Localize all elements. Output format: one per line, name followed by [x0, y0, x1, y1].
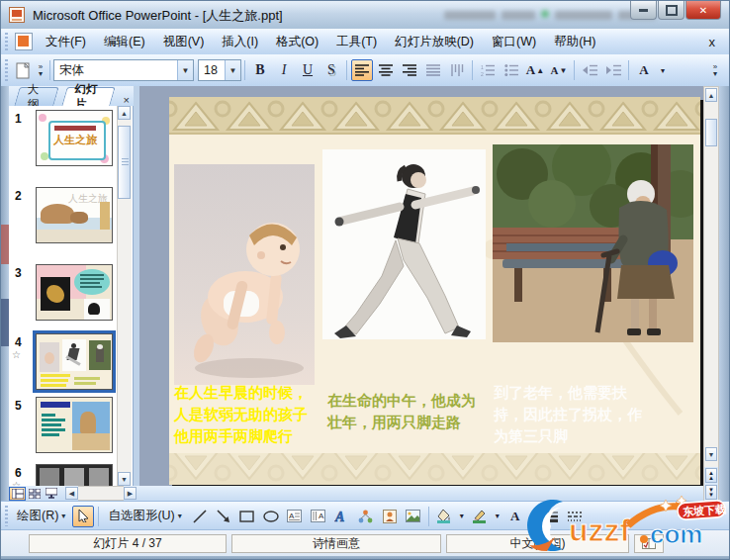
minimize-button[interactable] — [630, 1, 657, 20]
slide-canvas[interactable]: 在人生早晨的时候， 人是软弱无助的孩子 他用两手两脚爬行 在生命的中午，他成为 … — [169, 97, 700, 485]
new-slide-icon[interactable] — [12, 59, 34, 81]
increase-font-size-button[interactable]: A▲ — [524, 59, 546, 81]
svg-text:1: 1 — [481, 64, 484, 70]
normal-view-button[interactable] — [9, 487, 26, 501]
fill-color-dropdown[interactable]: ▾ — [457, 506, 467, 527]
select-objects-button[interactable] — [72, 506, 94, 527]
menu-insert[interactable]: 插入(I) — [213, 31, 267, 53]
decrease-font-size-button[interactable]: A▼ — [548, 59, 570, 81]
align-center-button[interactable] — [375, 59, 397, 81]
menu-format[interactable]: 格式(O) — [267, 31, 327, 53]
bold-button[interactable]: B — [249, 59, 271, 81]
arrow-tool-icon[interactable] — [213, 506, 234, 527]
font-size-combo[interactable]: 18 ▼ — [198, 59, 241, 81]
slide-number-indicator: 幻灯片 4 / 37 — [29, 534, 227, 553]
striding-adult-photo[interactable] — [322, 149, 486, 339]
font-color-dropdown[interactable]: ▾ — [657, 59, 669, 81]
restore-button[interactable] — [658, 1, 684, 20]
scroll-down-button[interactable]: ▼ — [705, 447, 717, 461]
oval-tool-icon[interactable] — [260, 506, 282, 527]
chevron-down-icon[interactable]: ▼ — [177, 60, 193, 80]
uzzf-site-watermark: uzzf com 东坡下载 — [517, 494, 727, 557]
slideshow-view-button[interactable] — [43, 487, 59, 501]
close-button[interactable]: ✕ — [685, 1, 721, 20]
previous-slide-button[interactable]: ▲▲ — [705, 468, 717, 483]
main-vertical-scrollbar[interactable]: ▲ ▼ ▲▲ ▼▼ — [703, 86, 719, 501]
vertical-text-box-tool-icon[interactable]: A — [308, 506, 329, 527]
rectangle-tool-icon[interactable] — [236, 506, 258, 527]
horizontal-scroll-track[interactable] — [78, 486, 124, 501]
window-left-frame — [1, 86, 9, 501]
underline-button[interactable]: U — [297, 59, 319, 81]
toolbar-drag-handle[interactable] — [5, 33, 8, 50]
close-presentation-button[interactable]: x — [703, 35, 722, 49]
font-name-combo[interactable]: 宋体 ▼ — [53, 59, 194, 81]
blurred-desktop-text — [444, 8, 657, 24]
scrollbar-thumb[interactable] — [705, 119, 717, 146]
close-pane-button[interactable]: × — [120, 94, 134, 106]
text-box-tool-icon[interactable]: A — [284, 506, 306, 527]
chevron-down-icon[interactable]: ▼ — [225, 60, 240, 80]
window-right-frame — [719, 86, 730, 501]
scroll-down-button[interactable]: ▼ — [118, 472, 131, 486]
distribute-text-button[interactable] — [422, 59, 444, 81]
svg-text:A: A — [334, 510, 344, 523]
menu-help[interactable]: 帮助(H) — [545, 31, 604, 53]
scroll-right-button[interactable]: ▶ — [124, 487, 137, 500]
toolbar-drag-handle[interactable] — [5, 59, 8, 81]
autoshapes-menu-button[interactable]: 自选图形(U)▾ — [102, 505, 187, 528]
toolbar-drag-handle[interactable] — [5, 506, 8, 525]
menu-bar: 文件(F) 编辑(E) 视图(V) 插入(I) 格式(O) 工具(T) 幻灯片放… — [1, 29, 730, 55]
insert-picture-icon[interactable] — [403, 506, 424, 527]
decrease-indent-button[interactable] — [579, 59, 600, 81]
clip-art-icon[interactable] — [379, 506, 401, 527]
tab-slides[interactable]: 幻灯片 — [61, 87, 116, 106]
slide-text-old-age[interactable]: 到了老年，他需要扶 持，因此拄了拐杖，作 为第三只脚 — [494, 382, 691, 447]
line-color-button[interactable] — [469, 506, 491, 527]
wordart-icon[interactable]: A — [331, 506, 353, 527]
text-shadow-button[interactable]: S — [320, 59, 342, 81]
increase-indent-button[interactable] — [602, 59, 624, 81]
slide-sorter-view-button[interactable] — [26, 487, 43, 501]
fill-color-button[interactable] — [433, 506, 455, 527]
vertical-text-button[interactable] — [446, 59, 468, 81]
crawling-baby-photo[interactable] — [174, 164, 315, 385]
line-color-dropdown[interactable]: ▾ — [493, 506, 502, 527]
powerpoint-window: Microsoft Office PowerPoint - [人生之旅.ppt]… — [0, 0, 730, 560]
svg-text:A: A — [319, 512, 324, 520]
elderly-woman-with-cane-photo[interactable] — [493, 144, 693, 342]
toolbar-overflow-chevron[interactable]: »▾ — [709, 63, 721, 77]
svg-text:A: A — [289, 512, 295, 520]
slide-text-morning[interactable]: 在人生早晨的时候， 人是软弱无助的孩子 他用两手两脚爬行 — [174, 382, 330, 447]
thumbnail-scrollbar[interactable]: ▲ ▼ — [117, 106, 132, 486]
presentation-icon — [15, 33, 33, 50]
pane-tabs: 大纲 幻灯片 × — [9, 86, 134, 106]
scroll-up-button[interactable]: ▲ — [705, 88, 717, 102]
diagram-icon[interactable] — [355, 506, 377, 527]
menu-edit[interactable]: 编辑(E) — [95, 31, 154, 53]
scroll-left-button[interactable]: ◀ — [65, 487, 78, 500]
menu-tools[interactable]: 工具(T) — [327, 31, 386, 53]
draw-menu-button[interactable]: 绘图(R)▾ — [11, 505, 71, 528]
design-template-name[interactable]: 诗情画意 — [231, 534, 441, 553]
uzzf-tld-text: com — [650, 519, 702, 549]
numbering-button[interactable]: 12 — [477, 59, 499, 81]
scrollbar-thumb[interactable] — [118, 126, 131, 199]
italic-button[interactable]: I — [273, 59, 295, 81]
thumbnail-list: 1 人生之旅 2 人 — [9, 106, 119, 486]
svg-text:2: 2 — [481, 71, 484, 76]
toolbar-options-chevron[interactable]: »▾ — [35, 63, 46, 77]
font-color-button[interactable]: A — [633, 59, 655, 81]
menu-file[interactable]: 文件(F) — [37, 31, 95, 53]
align-right-button[interactable] — [399, 59, 420, 81]
bullets-button[interactable] — [501, 59, 522, 81]
line-tool-icon[interactable] — [189, 506, 211, 527]
align-left-button[interactable] — [351, 59, 373, 81]
slide-text-noon[interactable]: 在生命的中午，他成为 壮年，用两只脚走路 — [327, 390, 496, 433]
menu-slideshow[interactable]: 幻灯片放映(D) — [386, 31, 483, 53]
menu-window[interactable]: 窗口(W) — [483, 31, 545, 53]
tab-outline[interactable]: 大纲 — [14, 87, 59, 106]
menu-view[interactable]: 视图(V) — [154, 31, 214, 53]
scroll-up-button[interactable]: ▲ — [118, 106, 131, 120]
powerpoint-app-icon — [9, 7, 25, 23]
